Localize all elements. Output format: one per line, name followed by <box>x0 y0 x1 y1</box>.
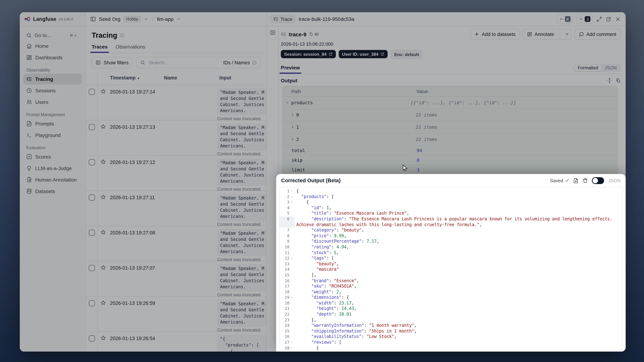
line-gutter: 18 <box>280 289 294 295</box>
fold-spacer <box>290 205 294 206</box>
code-line-20[interactable]: 20 "width": 23.17, <box>280 300 622 306</box>
code-content: "warrantyInformation": "1 month warranty… <box>294 323 622 328</box>
fold-icon[interactable] <box>290 295 294 299</box>
line-number: 25 <box>282 328 290 334</box>
fold-spacer <box>290 239 294 240</box>
line-gutter: 7 <box>280 228 294 233</box>
code-line-4[interactable]: 4 "id": 1, <box>280 205 622 211</box>
code-content: "stock": 5, <box>294 250 622 256</box>
line-number: 18 <box>282 289 290 295</box>
code-content: "depth": 28.01 <box>294 312 622 317</box>
line-gutter: 15 <box>280 272 294 278</box>
line-gutter: 28 <box>280 345 294 351</box>
line-number: 3 <box>282 200 290 205</box>
fold-spacer <box>290 278 294 279</box>
fold-spacer <box>290 284 294 285</box>
fold-icon[interactable] <box>290 188 294 193</box>
code-content: "title": "Essence Mascara Lash Prince", <box>294 211 622 216</box>
code-line-5[interactable]: 5 "title": "Essence Mascara Lash Prince"… <box>280 211 622 216</box>
line-number: 19 <box>282 295 290 300</box>
code-content: "shippingInformation": "Ships in 1 month… <box>294 328 622 334</box>
line-gutter: 22 <box>280 312 294 317</box>
line-number: 9 <box>282 239 290 244</box>
code-line-1[interactable]: 1{ <box>280 188 622 194</box>
fold-spacer <box>290 306 294 307</box>
code-line-2[interactable]: 2 "products": [ <box>280 194 622 200</box>
line-number: 22 <box>282 312 290 317</box>
code-content: ], <box>294 272 622 278</box>
line-number: 13 <box>282 261 290 267</box>
code-line-28[interactable]: 28 { <box>280 345 622 351</box>
fold-icon[interactable] <box>290 200 294 204</box>
code-line-27[interactable]: 27 "reviews": [ <box>280 340 622 345</box>
code-line-6[interactable]: 6 "description": "The Essence Mascara La… <box>280 216 622 228</box>
saved-status: Saved <box>550 178 570 183</box>
corrected-output-title: Corrected Output (Beta) <box>281 178 340 183</box>
line-gutter: 2 <box>280 194 294 200</box>
line-gutter: 3 <box>280 200 294 205</box>
code-line-21[interactable]: 21 "height": 14.43, <box>280 306 622 312</box>
code-line-24[interactable]: 24 "warrantyInformation": "1 month warra… <box>280 323 622 328</box>
code-content: "width": 23.17, <box>294 300 622 306</box>
code-line-7[interactable]: 7 "category": "beauty", <box>280 228 622 233</box>
line-gutter: 1 <box>280 188 294 194</box>
line-number: 10 <box>282 244 290 250</box>
line-gutter: 24 <box>280 323 294 328</box>
json-toggle[interactable] <box>592 177 604 184</box>
save-file-button[interactable] <box>573 178 579 183</box>
code-line-25[interactable]: 25 "shippingInformation": "Ships in 1 mo… <box>280 328 622 334</box>
line-gutter: 23 <box>280 317 294 323</box>
fold-spacer <box>290 233 294 234</box>
line-number: 24 <box>282 323 290 328</box>
line-number: 2 <box>282 194 290 200</box>
line-gutter: 11 <box>280 250 294 256</box>
code-line-3[interactable]: 3 { <box>280 200 622 205</box>
code-line-10[interactable]: 10 "rating": 4.94, <box>280 244 622 250</box>
code-line-17[interactable]: 17 "sku": "RCH45Q1A", <box>280 284 622 289</box>
code-line-22[interactable]: 22 "depth": 28.01 <box>280 312 622 317</box>
code-content: }, <box>294 317 622 323</box>
line-number: 26 <box>282 334 290 340</box>
code-line-19[interactable]: 19 "dimensions": { <box>280 295 622 300</box>
line-number: 8 <box>282 233 290 239</box>
code-line-16[interactable]: 16 "brand": "Essence", <box>280 278 622 284</box>
code-line-12[interactable]: 12 "tags": [ <box>280 256 622 261</box>
fold-spacer <box>290 228 294 229</box>
line-gutter: 19 <box>280 295 294 300</box>
line-gutter: 17 <box>280 284 294 289</box>
code-line-15[interactable]: 15 ], <box>280 272 622 278</box>
json-code-editor[interactable]: 1{2 "products": [3 {4 "id": 1,5 "title":… <box>279 187 623 352</box>
line-number: 5 <box>282 211 290 216</box>
delete-button[interactable] <box>583 178 588 183</box>
fold-spacer <box>290 312 294 313</box>
fold-spacer <box>290 250 294 251</box>
fold-spacer <box>290 300 294 302</box>
code-content: "brand": "Essence", <box>294 278 622 284</box>
code-line-9[interactable]: 9 "discountPercentage": 7.17, <box>280 239 622 244</box>
fold-spacer <box>290 317 294 318</box>
line-gutter: 12 <box>280 256 294 261</box>
code-line-18[interactable]: 18 "weight": 2, <box>280 289 622 295</box>
code-line-26[interactable]: 26 "availabilityStatus": "Low Stock", <box>280 334 622 340</box>
line-number: 15 <box>282 272 290 278</box>
line-number: 17 <box>282 284 290 289</box>
code-content: "products": [ <box>294 194 622 200</box>
fold-icon[interactable] <box>290 194 294 198</box>
fold-icon[interactable] <box>290 345 294 350</box>
code-line-13[interactable]: 13 "beauty", <box>280 261 622 267</box>
line-gutter: 16 <box>280 278 294 284</box>
fold-icon[interactable] <box>290 340 294 344</box>
saved-label: Saved <box>550 178 563 183</box>
code-content: "price": 9.99, <box>294 233 622 239</box>
code-line-11[interactable]: 11 "stock": 5, <box>280 250 622 256</box>
code-content: "tags": [ <box>294 256 622 261</box>
line-number: 21 <box>282 306 290 312</box>
code-line-8[interactable]: 8 "price": 9.99, <box>280 233 622 239</box>
code-content: "beauty", <box>294 261 622 267</box>
corrected-output-header: Corrected Output (Beta) Saved JSON <box>276 174 626 187</box>
fold-icon[interactable] <box>290 256 294 260</box>
code-line-23[interactable]: 23 }, <box>280 317 622 323</box>
line-gutter: 26 <box>280 334 294 340</box>
line-number: 27 <box>282 340 290 345</box>
code-line-14[interactable]: 14 "mascara" <box>280 267 622 272</box>
